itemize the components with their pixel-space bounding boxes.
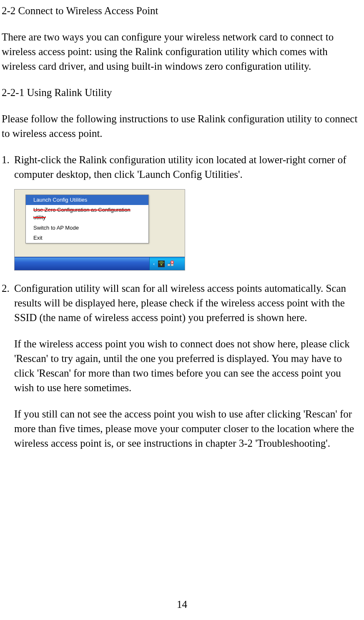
step-2-para-2: If the wireless access point you wish to… [14, 337, 362, 395]
svg-line-4 [169, 263, 171, 264]
page-number: 14 [0, 597, 364, 612]
menu-item-switch-ap[interactable]: Switch to AP Mode [26, 223, 148, 233]
system-tray: ‹ [149, 257, 185, 270]
section-intro: There are two ways you can configure you… [2, 30, 362, 73]
section-title: 2-2 Connect to Wireless Access Point [2, 3, 362, 18]
svg-rect-3 [171, 264, 173, 266]
context-menu: Launch Config Utilities Use Zero Configu… [25, 195, 149, 243]
step-1: 1. Right-click the Ralink configuration … [2, 152, 362, 182]
subsection-title: 2-2-1 Using Ralink Utility [2, 85, 362, 100]
step-2-number: 2. [2, 281, 14, 450]
svg-rect-2 [168, 264, 170, 266]
step-1-number: 1. [2, 152, 14, 182]
step-2-para-1: Configuration utility will scan for all … [14, 281, 362, 325]
step-2: 2. Configuration utility will scan for a… [2, 281, 362, 450]
svg-point-1 [161, 264, 162, 266]
subsection-intro: Please follow the following instructions… [2, 111, 362, 141]
menu-item-launch-config[interactable]: Launch Config Utilities [26, 195, 148, 205]
step-2-para-3: If you still can not see the access poin… [14, 407, 362, 450]
step-2-content: Configuration utility will scan for all … [14, 281, 362, 450]
tray-expand-icon[interactable]: ‹ [153, 260, 155, 267]
ralink-tray-icon[interactable] [158, 261, 165, 267]
menu-item-exit[interactable]: Exit [26, 233, 148, 243]
step-1-text: Right-click the Ralink configuration uti… [14, 152, 362, 182]
taskbar: ‹ [15, 257, 185, 270]
network-x-icon[interactable] [167, 261, 174, 267]
screenshot-context-menu: Launch Config Utilities Use Zero Configu… [14, 189, 185, 271]
menu-item-zero-config[interactable]: Use Zero Configuration as Configuration … [26, 205, 148, 223]
